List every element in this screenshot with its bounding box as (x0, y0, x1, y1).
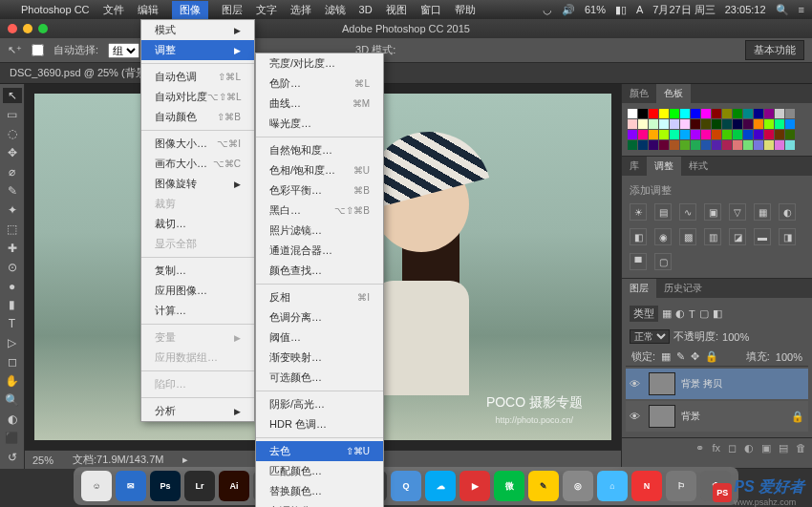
opacity-value[interactable]: 100% (722, 331, 749, 343)
tool-button[interactable]: 🔍 (3, 392, 22, 408)
blend-mode-select[interactable]: 正常 (630, 329, 670, 344)
adj-bw-icon[interactable]: ◧ (630, 228, 647, 245)
dock-item[interactable]: Q (391, 471, 421, 501)
swatch[interactable] (733, 130, 742, 139)
link-layers-icon[interactable]: ⚭ (695, 442, 704, 454)
menu-edit[interactable]: 编辑 (138, 3, 159, 17)
filter-shape-icon[interactable]: ▢ (699, 307, 709, 320)
swatch[interactable] (743, 130, 753, 139)
menu-item[interactable]: 曝光度… (256, 114, 383, 134)
layer-row[interactable]: 👁 背景 拷贝 (626, 369, 808, 399)
menu-item[interactable]: 黑白…⌥⇧⌘B (256, 201, 383, 221)
tab-libraries[interactable]: 库 (622, 157, 647, 176)
swatch[interactable] (691, 119, 700, 129)
dock-item[interactable]: ☺ (81, 471, 112, 501)
swatch[interactable] (670, 140, 679, 150)
menu-item[interactable]: 渐变映射… (256, 348, 383, 368)
adj-channelmixer-icon[interactable]: ▩ (679, 228, 696, 245)
adj-hue-icon[interactable]: ▦ (754, 203, 771, 221)
tool-button[interactable]: ✦ (3, 202, 22, 218)
menu-item[interactable]: 阴影/高光… (256, 394, 383, 414)
filter-smart-icon[interactable]: ◧ (713, 307, 722, 320)
swatch[interactable] (722, 140, 732, 150)
swatch[interactable] (670, 109, 679, 118)
tool-button[interactable]: ✚ (3, 241, 22, 256)
tool-button[interactable]: ▷ (3, 335, 22, 350)
adj-threshold-icon[interactable]: ◨ (779, 228, 796, 245)
swatch[interactable] (659, 140, 669, 150)
tab-swatches[interactable]: 色板 (656, 84, 691, 103)
tab-history[interactable]: 历史记录 (656, 279, 710, 298)
swatch[interactable] (701, 119, 711, 129)
zoom-icon[interactable] (38, 24, 48, 33)
tool-button[interactable]: ⊙ (3, 260, 22, 275)
adj-posterize-icon[interactable]: ▬ (754, 228, 771, 245)
menu-item[interactable]: 自动颜色⇧⌘B (141, 107, 254, 127)
zoom-value[interactable]: 25% (32, 454, 53, 466)
swatch[interactable] (628, 109, 637, 118)
swatch[interactable] (764, 109, 774, 118)
group-icon[interactable]: ▣ (761, 442, 771, 454)
minimize-icon[interactable] (23, 24, 32, 33)
swatch[interactable] (712, 130, 721, 139)
document-tab[interactable]: DSC_3690.psd @ 25% (背景 拷贝, (0, 63, 812, 84)
swatch[interactable] (680, 119, 690, 129)
tool-button[interactable]: ▭ (3, 107, 22, 122)
swatch[interactable] (712, 119, 721, 129)
workspace-switcher[interactable]: 基本功能 (745, 40, 804, 60)
swatch[interactable] (701, 130, 711, 139)
status-arrow-icon[interactable]: ▸ (182, 454, 188, 466)
lock-transparent-icon[interactable]: ▦ (661, 350, 671, 363)
adj-exposure-icon[interactable]: ▣ (704, 203, 721, 221)
swatch[interactable] (775, 140, 784, 150)
swatch[interactable] (754, 140, 763, 150)
swatch[interactable] (764, 119, 774, 129)
adj-levels-icon[interactable]: ▤ (654, 203, 672, 221)
menu-item[interactable]: 色阶…⌘L (256, 74, 383, 94)
swatch[interactable] (638, 140, 648, 150)
menu-item[interactable]: 色调分离… (256, 307, 383, 327)
menu-file[interactable]: 文件 (103, 3, 124, 17)
swatch[interactable] (638, 119, 648, 129)
menu-view[interactable]: 视图 (386, 3, 407, 17)
swatch[interactable] (691, 140, 700, 150)
battery[interactable]: 61% (585, 4, 606, 15)
menu-item[interactable]: 色彩平衡…⌘B (256, 180, 383, 201)
dock-item[interactable]: ✎ (528, 471, 559, 501)
menu-item[interactable]: 自动色调⇧⌘L (141, 67, 254, 87)
layer-name[interactable]: 背景 拷贝 (681, 377, 722, 391)
swatch[interactable] (628, 130, 637, 139)
dock-item[interactable]: ◎ (563, 471, 593, 501)
adj-photofilter-icon[interactable]: ◉ (654, 228, 672, 245)
swatch[interactable] (649, 109, 658, 118)
dock-item[interactable]: ⌂ (597, 471, 628, 501)
menu-item[interactable]: HDR 色调… (256, 414, 383, 434)
swatch[interactable] (764, 140, 774, 150)
dock-item[interactable]: ✉ (116, 471, 146, 501)
delete-layer-icon[interactable]: 🗑 (796, 442, 806, 454)
menu-layer[interactable]: 图层 (222, 3, 243, 17)
swatch[interactable] (785, 140, 795, 150)
filter-adjust-icon[interactable]: ◐ (675, 307, 685, 320)
swatch[interactable] (659, 109, 669, 118)
menu-item[interactable]: 曲线…⌘M (256, 94, 383, 114)
menu-window[interactable]: 窗口 (420, 3, 441, 17)
swatch[interactable] (628, 119, 637, 129)
menu-item[interactable]: 照片滤镜… (256, 221, 383, 241)
layer-thumb[interactable] (649, 372, 675, 395)
menu-help[interactable]: 帮助 (455, 3, 476, 17)
menu-item[interactable]: 图像旋转▶ (141, 174, 254, 194)
tool-button[interactable]: ◌ (3, 126, 22, 141)
menu-item[interactable]: 自动对比度⌥⇧⌘L (141, 87, 254, 107)
layer-thumb[interactable] (649, 405, 675, 428)
swatch[interactable] (680, 140, 690, 150)
layer-row[interactable]: 👁 背景 🔒 (626, 401, 808, 432)
wifi-icon[interactable]: ◡ (543, 4, 552, 16)
tool-button[interactable]: ✎ (3, 183, 22, 199)
menu-type[interactable]: 文字 (256, 3, 277, 17)
menu-filter[interactable]: 滤镜 (325, 3, 346, 17)
menu-icon[interactable]: ≡ (799, 4, 804, 15)
menu-item[interactable]: 阈值… (256, 327, 383, 348)
volume-icon[interactable]: 🔊 (562, 4, 575, 16)
menu-item[interactable]: 通道混合器… (256, 241, 383, 261)
